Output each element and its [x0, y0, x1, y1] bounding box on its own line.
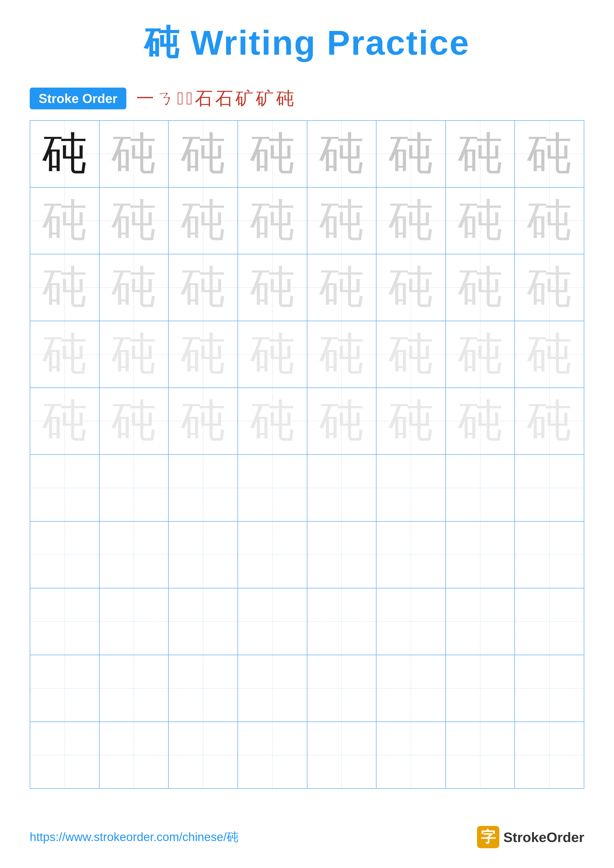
grid-cell: 砘 [168, 121, 238, 187]
grid-cell [446, 722, 515, 789]
table-row [30, 588, 584, 655]
grid-cell [99, 454, 169, 521]
grid-cell [99, 588, 169, 655]
grid-cell [30, 722, 99, 789]
char-display: 砘 [181, 399, 225, 443]
grid-cell [238, 454, 307, 521]
stroke-1: 一 [136, 87, 154, 110]
char-display: 砘 [319, 132, 364, 176]
grid-cell [168, 722, 238, 789]
table-row: 砘 砘 砘 砘 砘 砘 砘 砘 [30, 187, 584, 254]
char-display: 砘 [458, 332, 502, 377]
char-display: 砘 [112, 132, 156, 176]
grid-cell: 砘 [99, 187, 169, 254]
char-display: 砘 [389, 265, 433, 310]
grid-cell: 砘 [30, 187, 99, 254]
grid-cell [307, 722, 376, 789]
grid-cell: 砘 [446, 254, 515, 321]
char-display: 砘 [112, 198, 156, 243]
stroke-3: 𠄌 [177, 88, 183, 109]
char-display: 砘 [458, 132, 502, 176]
grid-cell: 砘 [168, 388, 238, 454]
grid-cell [515, 454, 584, 521]
grid-cell [376, 588, 446, 655]
grid-cell: 砘 [515, 321, 584, 388]
grid-cell: 砘 [446, 187, 515, 254]
grid-cell [376, 655, 446, 722]
grid-cell [99, 655, 169, 722]
grid-cell [30, 588, 99, 655]
grid-cell [515, 655, 584, 722]
grid-cell: 砘 [30, 254, 99, 321]
footer-url: https://www.strokeorder.com/chinese/砘 [30, 829, 238, 845]
char-display: 砘 [527, 399, 572, 443]
grid-cell [168, 588, 238, 655]
grid-cell: 砘 [99, 388, 169, 454]
grid-cell [238, 521, 307, 588]
grid-cell [99, 521, 169, 588]
grid-cell [307, 655, 376, 722]
grid-cell: 砘 [376, 388, 446, 454]
practice-grid: 砘 砘 砘 砘 砘 砘 砘 砘 砘 砘 砘 砘 砘 砘 砘 砘 砘 砘 砘 砘 … [30, 120, 584, 789]
char-display: 砘 [527, 132, 572, 176]
char-display: 砘 [458, 198, 502, 243]
grid-cell: 砘 [238, 254, 307, 321]
grid-cell: 砘 [446, 388, 515, 454]
stroke-8: 矿 [256, 87, 274, 110]
char-display: 砘 [319, 399, 364, 443]
table-row: 砘 砘 砘 砘 砘 砘 砘 砘 [30, 254, 584, 321]
char-display: 砘 [250, 265, 295, 310]
grid-cell [446, 588, 515, 655]
grid-cell: 砘 [168, 321, 238, 388]
stroke-sequence: 一 ㄋ 𠄌 𠄎 石 石 矿 矿 砘 [136, 87, 294, 110]
char-display: 砘 [42, 132, 87, 176]
grid-cell [446, 521, 515, 588]
grid-cell: 砘 [238, 187, 307, 254]
grid-cell: 砘 [30, 388, 99, 454]
char-display: 砘 [42, 399, 87, 443]
char-display: 砘 [458, 265, 502, 310]
char-display: 砘 [112, 265, 156, 310]
logo-text: StrokeOrder [503, 829, 584, 845]
char-display: 砘 [389, 332, 433, 377]
grid-cell [238, 655, 307, 722]
grid-cell: 砘 [30, 121, 99, 187]
grid-cell [99, 722, 169, 789]
grid-cell: 砘 [376, 254, 446, 321]
grid-cell: 砘 [515, 187, 584, 254]
grid-cell: 砘 [307, 187, 376, 254]
char-display: 砘 [250, 399, 295, 443]
stroke-6: 石 [215, 87, 233, 110]
grid-cell [515, 521, 584, 588]
char-display: 砘 [389, 132, 433, 176]
char-display: 砘 [112, 399, 156, 443]
grid-cell: 砘 [376, 321, 446, 388]
stroke-5: 石 [195, 87, 213, 110]
table-row [30, 722, 584, 789]
grid-cell [238, 588, 307, 655]
grid-cell: 砘 [515, 121, 584, 187]
stroke-order-row: Stroke Order 一 ㄋ 𠄌 𠄎 石 石 矿 矿 砘 [30, 87, 584, 110]
grid-cell: 砘 [446, 121, 515, 187]
grid-cell: 砘 [238, 388, 307, 454]
grid-cell: 砘 [238, 321, 307, 388]
grid-cell: 砘 [99, 121, 169, 187]
grid-cell [238, 722, 307, 789]
grid-cell [446, 655, 515, 722]
char-display: 砘 [250, 198, 295, 243]
grid-cell: 砘 [238, 121, 307, 187]
table-row [30, 454, 584, 521]
char-display: 砘 [42, 265, 87, 310]
grid-cell: 砘 [307, 254, 376, 321]
grid-cell [168, 655, 238, 722]
grid-cell: 砘 [99, 254, 169, 321]
stroke-9: 砘 [276, 87, 294, 110]
grid-cell [376, 722, 446, 789]
char-display: 砘 [389, 198, 433, 243]
char-display: 砘 [42, 198, 87, 243]
grid-cell [376, 454, 446, 521]
grid-cell [515, 588, 584, 655]
char-display: 砘 [181, 265, 225, 310]
grid-cell [307, 588, 376, 655]
grid-cell: 砘 [376, 187, 446, 254]
